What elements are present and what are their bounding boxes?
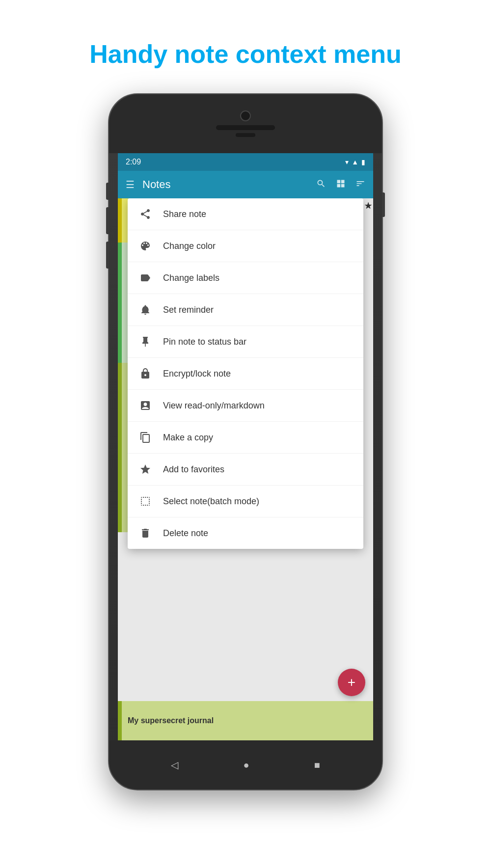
lock-icon [137,366,153,381]
app-title: Notes [142,178,308,191]
phone-screen: 2:09 ▾ ▲ ▮ ☰ Notes [118,153,373,740]
label-icon [137,270,153,286]
fab-add-button[interactable]: + [338,669,365,696]
notes-background: ★ ★ ★ Share note [118,198,373,740]
menu-item-set-reminder[interactable]: Set reminder [128,294,363,326]
phone-top-bezel [109,94,382,153]
earpiece-speaker [216,125,275,130]
home-button[interactable]: ● [243,760,249,771]
menu-item-change-labels[interactable]: Change labels [128,262,363,294]
context-menu: Share note Change color [128,198,363,549]
change-color-label: Change color [163,241,216,251]
share-note-label: Share note [163,209,206,219]
sort-icon[interactable] [355,179,365,191]
trash-icon [137,525,153,541]
menu-item-view-markdown[interactable]: View read-only/markdown [128,390,363,422]
hamburger-menu-icon[interactable]: ☰ [126,179,135,190]
add-favorites-label: Add to favorites [163,464,224,475]
menu-item-encrypt-lock[interactable]: Encrypt/lock note [128,358,363,390]
set-reminder-label: Set reminder [163,305,214,315]
alarm-icon [137,302,153,318]
power-button [382,192,385,217]
front-camera [240,110,251,121]
status-icons: ▾ ▲ ▮ [345,158,365,166]
markdown-icon [137,398,153,413]
app-toolbar: ☰ Notes [118,171,373,198]
status-bar: 2:09 ▾ ▲ ▮ [118,153,373,171]
back-button[interactable]: ◁ [171,759,178,771]
select-batch-label: Select note(batch mode) [163,496,259,507]
phone-mockup: 2:09 ▾ ▲ ▮ ☰ Notes [108,93,383,790]
volume-up-button [106,183,109,200]
pin-icon [137,334,153,350]
menu-item-select-batch[interactable]: Select note(batch mode) [128,486,363,517]
menu-item-change-color[interactable]: Change color [128,230,363,262]
page-title: Handy note context menu [70,39,421,69]
make-copy-label: Make a copy [163,433,213,443]
star-marker-3: ★ [364,200,372,211]
phone-bottom-bezel: ◁ ● ■ [109,740,382,789]
menu-item-add-favorites[interactable]: Add to favorites [128,454,363,486]
grid-view-icon[interactable] [336,179,346,191]
view-markdown-label: View read-only/markdown [163,401,265,411]
share-icon [137,206,153,222]
proximity-sensor [236,133,255,137]
status-time: 2:09 [126,158,141,166]
menu-item-make-copy[interactable]: Make a copy [128,422,363,454]
copy-icon [137,430,153,445]
encrypt-lock-label: Encrypt/lock note [163,369,231,379]
change-labels-label: Change labels [163,273,219,283]
menu-item-share-note[interactable]: Share note [128,198,363,230]
star-icon [137,461,153,477]
wifi-icon: ▾ [345,158,349,166]
pin-note-label: Pin note to status bar [163,337,246,347]
search-icon[interactable] [316,179,326,191]
recents-button[interactable]: ■ [314,760,320,771]
bottom-note-card: My supersecret journal [118,701,373,740]
silent-button [106,242,109,269]
signal-icon: ▲ [352,158,358,166]
bottom-note-title: My supersecret journal [128,716,214,725]
menu-item-pin-note[interactable]: Pin note to status bar [128,326,363,358]
batch-select-icon [137,493,153,509]
battery-icon: ▮ [361,158,365,166]
delete-note-label: Delete note [163,528,208,539]
toolbar-icons [316,179,365,191]
menu-item-delete-note[interactable]: Delete note [128,517,363,549]
volume-down-button [106,207,109,234]
palette-icon [137,238,153,254]
